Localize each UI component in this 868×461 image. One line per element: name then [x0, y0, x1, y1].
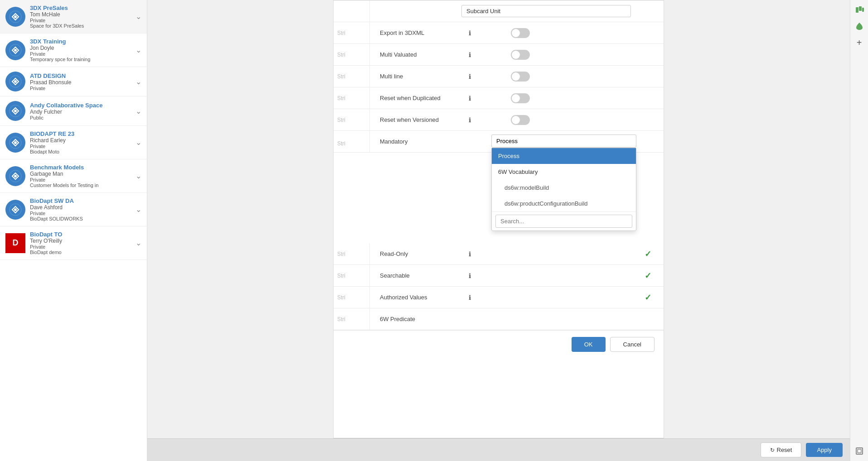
leaf-icon	[855, 22, 864, 31]
chevron-down-icon-biodapt-to[interactable]: ⌄	[136, 239, 141, 247]
toggle-export-3dxml[interactable]	[511, 28, 530, 38]
sidebar-visibility-andy-collaborative: Public	[30, 115, 131, 120]
info-icon-reset-dup[interactable]: ℹ	[469, 95, 471, 102]
mandatory-dropdown-value: Process	[496, 138, 518, 144]
sidebar-name-biodapt-re23: BIODAPT RE 23	[30, 130, 131, 137]
chevron-down-icon-biodapt-sw-da[interactable]: ⌄	[136, 205, 141, 214]
export-3dxml-row: Stri Export in 3DXML ℹ	[334, 22, 664, 44]
authorized-values-label: Authorized Values	[375, 290, 466, 304]
info-icon-searchable[interactable]: ℹ	[469, 272, 471, 279]
avatar-biodapt-to: D	[5, 233, 25, 253]
sidebar-item-biodapt-sw-da[interactable]: BioDapt SW DA Dave Ashford Private BioDa…	[0, 193, 147, 226]
cancel-button[interactable]: Cancel	[610, 337, 655, 352]
avatar-biodapt-sw-da	[5, 200, 25, 220]
svg-point-11	[14, 175, 17, 178]
reset-label: Reset	[777, 447, 792, 453]
svg-point-7	[14, 110, 17, 112]
avatar-3dx-presales	[5, 7, 25, 27]
square-icon	[856, 447, 863, 455]
dropdown-option-model-build[interactable]: ds6w:modelBuild	[492, 180, 636, 196]
read-only-row: Stri Read-Only ℹ ✓	[334, 243, 664, 265]
sidebar-visibility-benchmark-models: Private	[30, 177, 131, 182]
6w-predicate-row: Stri 6W Predicate	[334, 308, 664, 330]
apply-button[interactable]: Apply	[806, 443, 843, 457]
subcard-unit-row: Subcard Unit	[334, 0, 664, 22]
dropdown-option-process[interactable]: Process	[492, 148, 636, 164]
check-area-read-only: ✓	[636, 249, 664, 259]
sidebar-item-benchmark-models[interactable]: Benchmark Models Garbage Man Private Cus…	[0, 159, 147, 193]
sidebar-user-3dx-presales: Tom McHale	[30, 11, 131, 18]
toggle-multi-valuated[interactable]	[511, 50, 530, 60]
chevron-down-icon-biodapt-re23[interactable]: ⌄	[136, 138, 141, 147]
info-icon-export[interactable]: ℹ	[469, 29, 471, 37]
stri-reset-dup: Stri	[334, 87, 370, 109]
sidebar-info-3dx-training: 3DX Training Jon Doyle Private Temporary…	[30, 38, 131, 62]
chevron-down-icon-atd-design[interactable]: ⌄	[136, 77, 141, 86]
chevron-down-icon-andy-collaborative[interactable]: ⌄	[136, 107, 141, 115]
avatar-biodapt-re23	[5, 133, 25, 153]
dialog: Subcard Unit Stri Export in 3DXML ℹ	[333, 0, 664, 438]
read-only-label: Read-Only	[375, 247, 466, 261]
check-area-authorized: ✓	[636, 293, 664, 303]
dropdown-option-6w-vocabulary[interactable]: 6W Vocabulary	[492, 164, 636, 180]
add-button[interactable]: +	[853, 36, 866, 49]
info-icon-authorized[interactable]: ℹ	[469, 294, 471, 301]
sidebar-item-biodapt-to[interactable]: D BioDapt TO Terry O'Reilly Private BioD…	[0, 226, 147, 260]
stri-multi-line: Stri	[334, 66, 370, 87]
sidebar-item-3dx-training[interactable]: 3DX Training Jon Doyle Private Temporary…	[0, 34, 147, 67]
sidebar-visibility-biodapt-to: Private	[30, 244, 131, 250]
sidebar-item-andy-collaborative[interactable]: Andy Collaborative Space Andy Fulcher Pu…	[0, 96, 147, 126]
multi-line-row: Stri Multi line ℹ	[334, 66, 664, 87]
sidebar-info-biodapt-to: BioDapt TO Terry O'Reilly Private BioDap…	[30, 231, 131, 255]
stri-export: Stri	[334, 22, 370, 43]
square-icon-button[interactable]	[853, 445, 866, 457]
sidebar-item-biodapt-re23[interactable]: BIODAPT RE 23 Richard Earley Private Bio…	[0, 126, 147, 159]
dropdown-option-product-config[interactable]: ds6w:productConfigurationBuild	[492, 196, 636, 211]
sidebar-user-biodapt-re23: Richard Earley	[30, 137, 131, 144]
sidebar-item-3dx-presales[interactable]: 3DX PreSales Tom McHale Private Space fo…	[0, 0, 147, 34]
reset-versioned-label: Reset when Versioned	[375, 113, 466, 127]
svg-rect-15	[859, 6, 862, 11]
reset-versioned-row: Stri Reset when Versioned ℹ	[334, 109, 664, 131]
sidebar-user-benchmark-models: Garbage Man	[30, 171, 131, 177]
map-icon-button[interactable]	[853, 4, 866, 16]
info-icon-multi-line[interactable]: ℹ	[469, 73, 471, 80]
sidebar-user-atd-design: Prasad Bhonsule	[30, 79, 131, 86]
chevron-down-icon-3dx-presales[interactable]: ⌄	[136, 12, 141, 21]
leaf-icon-button[interactable]	[853, 20, 866, 33]
sidebar-item-atd-design[interactable]: ATD DESIGN Prasad Bhonsule Private ⌄	[0, 67, 147, 96]
right-toolbar: +	[850, 0, 868, 461]
authorized-values-row: Stri Authorized Values ℹ ✓	[334, 287, 664, 308]
info-icon-multi-valuated[interactable]: ℹ	[469, 51, 471, 58]
reset-button[interactable]: ↻ Reset	[761, 442, 802, 457]
6w-predicate-label: 6W Predicate	[375, 312, 466, 326]
searchable-row: Stri Searchable ℹ ✓	[334, 265, 664, 287]
reset-icon: ↻	[770, 447, 775, 453]
sidebar-desc-biodapt-re23: Biodapt Moto	[30, 149, 131, 154]
mandatory-dropdown-header[interactable]: Process	[491, 134, 636, 148]
sidebar-info-biodapt-sw-da: BioDapt SW DA Dave Ashford Private BioDa…	[30, 197, 131, 221]
chevron-down-icon-3dx-training[interactable]: ⌄	[136, 46, 141, 54]
toggle-reset-versioned[interactable]	[511, 115, 530, 125]
sidebar-desc-benchmark-models: Customer Models for Testing in	[30, 182, 131, 188]
sidebar-name-atd-design: ATD DESIGN	[30, 72, 131, 79]
sidebar-name-biodapt-sw-da: BioDapt SW DA	[30, 197, 131, 204]
dropdown-search-input[interactable]	[495, 215, 632, 228]
svg-point-9	[14, 141, 17, 144]
toggle-multi-line[interactable]	[511, 72, 530, 82]
dropdown-search-container	[492, 211, 636, 230]
svg-point-5	[14, 80, 17, 83]
mandatory-dropdown-popup: Process 6W Vocabulary ds6w:modelBuild ds…	[491, 148, 636, 231]
svg-rect-18	[858, 449, 861, 453]
ok-button[interactable]: OK	[572, 337, 606, 352]
export-3dxml-label: Export in 3DXML	[375, 26, 466, 40]
sidebar-visibility-3dx-presales: Private	[30, 18, 131, 23]
info-icon-read-only[interactable]: ℹ	[469, 250, 471, 258]
sidebar-info-biodapt-re23: BIODAPT RE 23 Richard Earley Private Bio…	[30, 130, 131, 154]
info-icon-reset-ver[interactable]: ℹ	[469, 116, 471, 124]
reset-duplicated-label: Reset when Duplicated	[375, 91, 466, 105]
checkmark-read-only: ✓	[645, 249, 651, 259]
toggle-reset-duplicated[interactable]	[511, 93, 530, 103]
map-icon	[855, 5, 864, 14]
chevron-down-icon-benchmark-models[interactable]: ⌄	[136, 172, 141, 180]
